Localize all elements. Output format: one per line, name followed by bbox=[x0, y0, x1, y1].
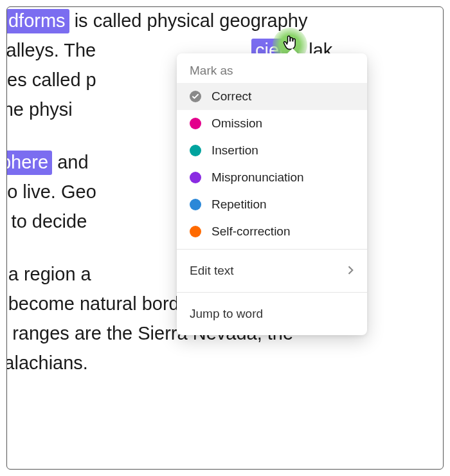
dot-icon bbox=[190, 199, 201, 210]
menu-item-mispronunciation[interactable]: Mispronunciation bbox=[177, 164, 367, 191]
text: and bbox=[57, 152, 88, 172]
text: s and valleys. The bbox=[6, 40, 96, 60]
text: he Appalachians. bbox=[6, 352, 88, 373]
menu-action-jump-to-word[interactable]: Jump to word bbox=[177, 297, 367, 331]
menu-item-label: Repetition bbox=[212, 197, 267, 212]
check-circle-icon bbox=[190, 91, 201, 102]
text: about the physi bbox=[6, 99, 73, 120]
highlighted-word-atmosphere[interactable]: atmosphere bbox=[6, 151, 52, 175]
menu-item-repetition[interactable]: Repetition bbox=[177, 191, 367, 218]
menu-item-correct[interactable]: Correct bbox=[177, 83, 367, 110]
text: ole use to decide bbox=[6, 211, 92, 232]
menu-item-label: Self-correction bbox=[212, 224, 291, 239]
menu-item-label: Correct bbox=[212, 89, 251, 104]
chevron-right-icon bbox=[348, 264, 354, 278]
menu-item-insertion[interactable]: Insertion bbox=[177, 137, 367, 164]
dot-icon bbox=[190, 172, 201, 183]
menu-divider bbox=[177, 292, 367, 293]
text: ures of a region a bbox=[6, 264, 91, 284]
dot-icon bbox=[190, 118, 201, 129]
dot-icon bbox=[190, 145, 201, 156]
menu-action-label: Edit text bbox=[190, 264, 234, 278]
menu-action-label: Jump to word bbox=[190, 307, 263, 321]
menu-item-self-correction[interactable]: Self-correction bbox=[177, 218, 367, 245]
context-menu: Mark as Correct Omission Insertion Mispr… bbox=[177, 53, 367, 335]
text: ometimes called p bbox=[6, 69, 96, 90]
menu-action-edit-text[interactable]: Edit text bbox=[177, 253, 367, 288]
dot-icon bbox=[190, 226, 201, 237]
menu-item-label: Mispronunciation bbox=[212, 170, 304, 185]
menu-divider bbox=[177, 249, 367, 250]
menu-item-label: Insertion bbox=[212, 143, 258, 158]
highlighted-word-landforms[interactable]: landforms bbox=[6, 9, 69, 33]
text: is called physical geography bbox=[75, 10, 308, 31]
menu-item-label: Omission bbox=[212, 116, 262, 131]
menu-header: Mark as bbox=[177, 57, 367, 83]
text: e able to live. Geo bbox=[6, 181, 96, 202]
menu-item-omission[interactable]: Omission bbox=[177, 110, 367, 137]
